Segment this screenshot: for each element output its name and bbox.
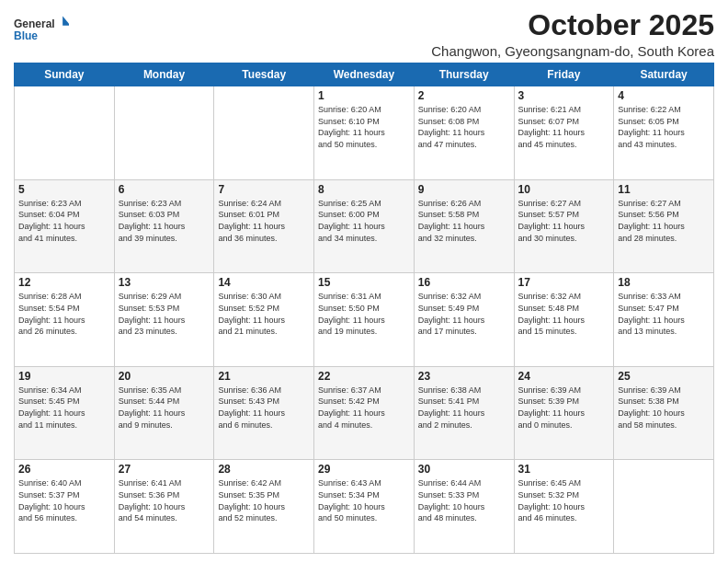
day-info: Sunrise: 6:26 AMSunset: 5:58 PMDaylight:… <box>418 198 510 244</box>
day-cell: 25Sunrise: 6:39 AMSunset: 5:38 PMDayligh… <box>614 366 714 460</box>
col-sunday: Sunday <box>15 63 115 86</box>
day-number: 4 <box>618 89 710 102</box>
day-number: 20 <box>119 370 210 383</box>
day-number: 14 <box>218 276 310 289</box>
day-number: 12 <box>18 276 110 289</box>
day-info: Sunrise: 6:31 AMSunset: 5:50 PMDaylight:… <box>318 291 410 337</box>
day-info: Sunrise: 6:37 AMSunset: 5:42 PMDaylight:… <box>318 385 410 431</box>
day-number: 16 <box>418 276 510 289</box>
header: General Blue October 2025 Changwon, Gyeo… <box>14 9 714 59</box>
day-number: 19 <box>18 370 110 383</box>
day-number: 5 <box>18 183 110 196</box>
day-number: 25 <box>618 370 710 383</box>
week-row-5: 26Sunrise: 6:40 AMSunset: 5:37 PMDayligh… <box>15 460 714 554</box>
day-number: 31 <box>518 463 610 476</box>
day-info: Sunrise: 6:25 AMSunset: 6:00 PMDaylight:… <box>318 198 410 244</box>
col-monday: Monday <box>114 63 214 86</box>
day-cell: 2Sunrise: 6:20 AMSunset: 6:08 PMDaylight… <box>414 86 514 180</box>
svg-text:General: General <box>14 17 55 30</box>
day-info: Sunrise: 6:33 AMSunset: 5:47 PMDaylight:… <box>618 291 710 337</box>
day-number: 6 <box>119 183 210 196</box>
svg-text:Blue: Blue <box>14 29 38 42</box>
day-info: Sunrise: 6:20 AMSunset: 6:08 PMDaylight:… <box>418 104 510 150</box>
title-block: October 2025 Changwon, Gyeongsangnam-do,… <box>431 9 714 59</box>
day-cell: 22Sunrise: 6:37 AMSunset: 5:42 PMDayligh… <box>314 366 415 460</box>
day-info: Sunrise: 6:24 AMSunset: 6:01 PMDaylight:… <box>218 198 310 244</box>
day-cell: 6Sunrise: 6:23 AMSunset: 6:03 PMDaylight… <box>114 179 214 273</box>
day-cell <box>214 86 314 180</box>
calendar-table: Sunday Monday Tuesday Wednesday Thursday… <box>14 63 714 554</box>
day-info: Sunrise: 6:23 AMSunset: 6:03 PMDaylight:… <box>119 198 210 244</box>
day-cell: 23Sunrise: 6:38 AMSunset: 5:41 PMDayligh… <box>414 366 514 460</box>
day-cell: 29Sunrise: 6:43 AMSunset: 5:34 PMDayligh… <box>314 460 415 554</box>
day-number: 13 <box>119 276 210 289</box>
day-info: Sunrise: 6:32 AMSunset: 5:48 PMDaylight:… <box>518 291 610 337</box>
header-row: Sunday Monday Tuesday Wednesday Thursday… <box>15 63 714 86</box>
day-number: 11 <box>618 183 710 196</box>
day-info: Sunrise: 6:20 AMSunset: 6:10 PMDaylight:… <box>318 104 410 150</box>
day-cell: 1Sunrise: 6:20 AMSunset: 6:10 PMDaylight… <box>314 86 415 180</box>
col-friday: Friday <box>514 63 614 86</box>
day-cell: 24Sunrise: 6:39 AMSunset: 5:39 PMDayligh… <box>514 366 614 460</box>
day-number: 2 <box>418 89 510 102</box>
day-number: 3 <box>518 89 610 102</box>
day-number: 30 <box>418 463 510 476</box>
day-number: 18 <box>618 276 710 289</box>
day-info: Sunrise: 6:27 AMSunset: 5:56 PMDaylight:… <box>618 198 710 244</box>
svg-marker-2 <box>63 17 69 26</box>
day-number: 8 <box>318 183 410 196</box>
week-row-1: 1Sunrise: 6:20 AMSunset: 6:10 PMDaylight… <box>15 86 714 180</box>
day-cell <box>15 86 115 180</box>
day-info: Sunrise: 6:23 AMSunset: 6:04 PMDaylight:… <box>18 198 110 244</box>
week-row-3: 12Sunrise: 6:28 AMSunset: 5:54 PMDayligh… <box>15 273 714 367</box>
week-row-2: 5Sunrise: 6:23 AMSunset: 6:04 PMDaylight… <box>15 179 714 273</box>
day-cell: 20Sunrise: 6:35 AMSunset: 5:44 PMDayligh… <box>114 366 214 460</box>
day-cell: 12Sunrise: 6:28 AMSunset: 5:54 PMDayligh… <box>15 273 115 367</box>
logo: General Blue <box>14 13 69 48</box>
main-title: October 2025 <box>431 9 714 41</box>
day-number: 23 <box>418 370 510 383</box>
subtitle: Changwon, Gyeongsangnam-do, South Korea <box>431 43 714 59</box>
calendar-header: Sunday Monday Tuesday Wednesday Thursday… <box>15 63 714 86</box>
day-number: 26 <box>18 463 110 476</box>
day-info: Sunrise: 6:44 AMSunset: 5:33 PMDaylight:… <box>418 477 510 523</box>
day-info: Sunrise: 6:38 AMSunset: 5:41 PMDaylight:… <box>418 385 510 431</box>
day-cell: 10Sunrise: 6:27 AMSunset: 5:57 PMDayligh… <box>514 179 614 273</box>
day-cell: 8Sunrise: 6:25 AMSunset: 6:00 PMDaylight… <box>314 179 415 273</box>
day-info: Sunrise: 6:30 AMSunset: 5:52 PMDaylight:… <box>218 291 310 337</box>
col-saturday: Saturday <box>614 63 714 86</box>
day-cell: 7Sunrise: 6:24 AMSunset: 6:01 PMDaylight… <box>214 179 314 273</box>
day-info: Sunrise: 6:34 AMSunset: 5:45 PMDaylight:… <box>18 385 110 431</box>
day-cell <box>114 86 214 180</box>
day-info: Sunrise: 6:36 AMSunset: 5:43 PMDaylight:… <box>218 385 310 431</box>
day-cell: 30Sunrise: 6:44 AMSunset: 5:33 PMDayligh… <box>414 460 514 554</box>
day-info: Sunrise: 6:41 AMSunset: 5:36 PMDaylight:… <box>119 477 210 523</box>
day-cell: 31Sunrise: 6:45 AMSunset: 5:32 PMDayligh… <box>514 460 614 554</box>
day-number: 10 <box>518 183 610 196</box>
day-cell: 14Sunrise: 6:30 AMSunset: 5:52 PMDayligh… <box>214 273 314 367</box>
day-info: Sunrise: 6:45 AMSunset: 5:32 PMDaylight:… <box>518 477 610 523</box>
calendar-body: 1Sunrise: 6:20 AMSunset: 6:10 PMDaylight… <box>15 86 714 554</box>
col-tuesday: Tuesday <box>214 63 314 86</box>
day-info: Sunrise: 6:32 AMSunset: 5:49 PMDaylight:… <box>418 291 510 337</box>
day-info: Sunrise: 6:22 AMSunset: 6:05 PMDaylight:… <box>618 104 710 150</box>
day-cell: 11Sunrise: 6:27 AMSunset: 5:56 PMDayligh… <box>614 179 714 273</box>
day-number: 21 <box>218 370 310 383</box>
day-cell: 3Sunrise: 6:21 AMSunset: 6:07 PMDaylight… <box>514 86 614 180</box>
day-info: Sunrise: 6:42 AMSunset: 5:35 PMDaylight:… <box>218 477 310 523</box>
day-info: Sunrise: 6:29 AMSunset: 5:53 PMDaylight:… <box>119 291 210 337</box>
day-cell: 4Sunrise: 6:22 AMSunset: 6:05 PMDaylight… <box>614 86 714 180</box>
day-number: 7 <box>218 183 310 196</box>
day-cell: 19Sunrise: 6:34 AMSunset: 5:45 PMDayligh… <box>15 366 115 460</box>
day-cell: 26Sunrise: 6:40 AMSunset: 5:37 PMDayligh… <box>15 460 115 554</box>
day-cell: 15Sunrise: 6:31 AMSunset: 5:50 PMDayligh… <box>314 273 415 367</box>
day-number: 24 <box>518 370 610 383</box>
day-info: Sunrise: 6:40 AMSunset: 5:37 PMDaylight:… <box>18 477 110 523</box>
day-number: 29 <box>318 463 410 476</box>
day-number: 22 <box>318 370 410 383</box>
day-info: Sunrise: 6:27 AMSunset: 5:57 PMDaylight:… <box>518 198 610 244</box>
day-cell: 16Sunrise: 6:32 AMSunset: 5:49 PMDayligh… <box>414 273 514 367</box>
day-number: 9 <box>418 183 510 196</box>
day-cell <box>614 460 714 554</box>
day-info: Sunrise: 6:39 AMSunset: 5:39 PMDaylight:… <box>518 385 610 431</box>
